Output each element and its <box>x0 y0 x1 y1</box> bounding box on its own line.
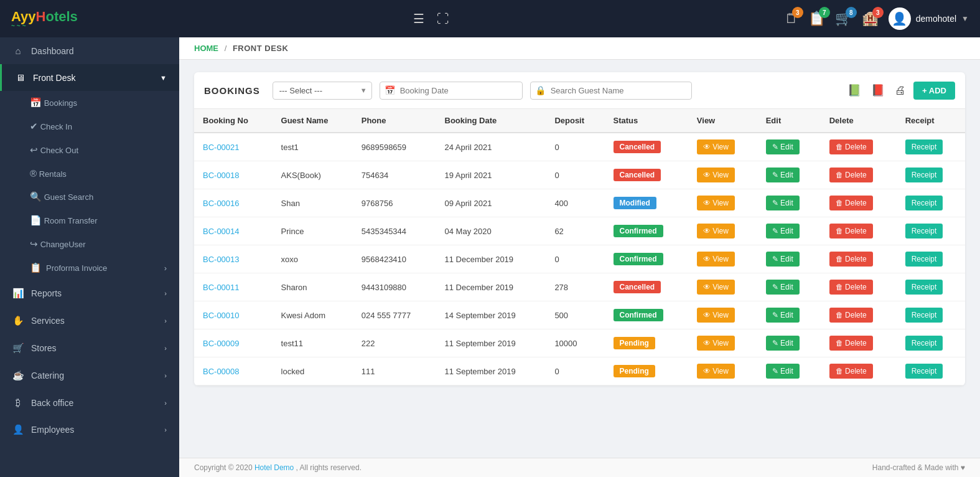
bookings-table: Booking No Guest Name Phone Booking Date… <box>194 109 965 385</box>
edit-button[interactable]: ✎ Edit <box>766 139 800 154</box>
cell-phone: 024 555 7777 <box>353 301 436 329</box>
cell-view: 👁 View <box>688 245 757 273</box>
booking-date-input[interactable] <box>380 82 523 100</box>
status-badge: Confirmed <box>614 253 663 265</box>
view-button[interactable]: 👁 View <box>697 336 735 351</box>
edit-button[interactable]: ✎ Edit <box>766 336 800 351</box>
sidebar-item-room-transfer[interactable]: 📄 Room Transfer <box>0 209 179 232</box>
delete-button[interactable]: 🗑 Delete <box>829 308 873 323</box>
receipt-button[interactable]: Receipt <box>905 336 943 351</box>
sidebar-item-change-user[interactable]: ↪ ChangeUser <box>0 232 179 256</box>
export-excel-button[interactable]: 📗 <box>845 81 864 100</box>
cell-guest-name: xoxo <box>273 245 353 273</box>
export-pdf-button[interactable]: 📕 <box>869 81 887 100</box>
delete-button[interactable]: 🗑 Delete <box>829 280 873 295</box>
breadcrumb-home[interactable]: HOME <box>194 44 218 53</box>
receipt-button[interactable]: Receipt <box>905 168 943 182</box>
view-button[interactable]: 👁 View <box>697 308 735 323</box>
edit-button[interactable]: ✎ Edit <box>766 224 800 238</box>
sidebar-item-check-in[interactable]: ✔ Check In <box>0 115 179 138</box>
receipt-button[interactable]: Receipt <box>905 252 943 267</box>
col-booking-date: Booking Date <box>436 109 546 133</box>
receipt-button[interactable]: Receipt <box>905 139 943 154</box>
cell-receipt: Receipt <box>897 189 965 217</box>
booking-no-link[interactable]: BC-00014 <box>203 227 240 236</box>
cell-receipt: Receipt <box>897 133 965 161</box>
topnav-right: 🗒 3 📋 7 🛒 8 🏨 3 👤 demohotel ▼ <box>785 7 969 30</box>
receipt-button[interactable]: Receipt <box>905 364 943 379</box>
receipt-button[interactable]: Receipt <box>905 224 943 238</box>
cell-booking-no: BC-00018 <box>194 161 273 189</box>
booking-no-link[interactable]: BC-00009 <box>203 339 240 348</box>
sidebar-item-label: Bookings <box>44 98 77 108</box>
sidebar-item-rentals[interactable]: ® Rentals <box>0 162 179 185</box>
sidebar-item-front-desk[interactable]: 🖥 Front Desk ▼ <box>0 64 179 91</box>
col-booking-no: Booking No <box>194 109 273 133</box>
expand-icon[interactable]: ⛶ <box>437 12 449 26</box>
bookings-tbody: BC-00021 test1 9689598659 24 April 2021 … <box>194 133 965 385</box>
edit-button[interactable]: ✎ Edit <box>766 196 800 210</box>
sidebar-item-label: Reports <box>31 288 62 298</box>
cell-edit: ✎ Edit <box>757 245 821 273</box>
edit-button[interactable]: ✎ Edit <box>766 308 800 323</box>
edit-button[interactable]: ✎ Edit <box>766 168 800 182</box>
booking-no-link[interactable]: BC-00021 <box>203 143 240 152</box>
delete-button[interactable]: 🗑 Delete <box>829 364 873 379</box>
sidebar-item-label: Employees <box>31 425 74 435</box>
delete-button[interactable]: 🗑 Delete <box>829 224 873 238</box>
add-booking-button[interactable]: + ADD <box>913 82 955 100</box>
status-select[interactable]: --- Select --- Confirmed Cancelled Pendi… <box>273 82 372 100</box>
sidebar-item-check-out[interactable]: ↩ Check Out <box>0 138 179 162</box>
guest-search-input[interactable] <box>530 82 692 100</box>
view-button[interactable]: 👁 View <box>697 196 735 210</box>
sidebar-item-catering[interactable]: ☕ Catering › <box>0 362 179 389</box>
sidebar-item-stores[interactable]: 🛒 Stores › <box>0 334 179 362</box>
delete-button[interactable]: 🗑 Delete <box>829 168 873 182</box>
status-badge: Pending <box>614 337 655 349</box>
view-button[interactable]: 👁 View <box>697 224 735 238</box>
edit-button[interactable]: ✎ Edit <box>766 364 800 379</box>
cell-phone: 754634 <box>353 161 436 189</box>
receipt-button[interactable]: Receipt <box>905 280 943 295</box>
nav-icon-hotel[interactable]: 🏨 3 <box>862 11 879 27</box>
view-button[interactable]: 👁 View <box>697 364 735 379</box>
booking-no-link[interactable]: BC-00018 <box>203 171 240 180</box>
sidebar-item-services[interactable]: ✋ Services › <box>0 307 179 334</box>
booking-no-link[interactable]: BC-00008 <box>203 367 240 376</box>
hamburger-icon[interactable]: ☰ <box>413 11 424 26</box>
receipt-button[interactable]: Receipt <box>905 308 943 323</box>
booking-no-link[interactable]: BC-00011 <box>203 283 240 292</box>
print-button[interactable]: 🖨 <box>892 82 908 100</box>
nav-icon-reports[interactable]: 🗒 3 <box>785 11 798 27</box>
sidebar-item-bookings[interactable]: 📅 Bookings <box>0 91 179 115</box>
nav-icon-checklist[interactable]: 📋 7 <box>808 11 825 27</box>
bookings-header: BOOKINGS --- Select --- Confirmed Cancel… <box>194 72 965 109</box>
sidebar-item-proforma-invoice[interactable]: 📋 Proforma Invoice › <box>0 256 179 280</box>
view-button[interactable]: 👁 View <box>697 168 735 182</box>
edit-button[interactable]: ✎ Edit <box>766 280 800 295</box>
cell-booking-no: BC-00010 <box>194 301 273 329</box>
booking-no-link[interactable]: BC-00016 <box>203 199 240 208</box>
delete-button[interactable]: 🗑 Delete <box>829 196 873 210</box>
sidebar-item-dashboard[interactable]: ⌂ Dashboard <box>0 37 179 64</box>
booking-date-wrap: 📅 <box>380 82 523 100</box>
edit-button[interactable]: ✎ Edit <box>766 252 800 267</box>
nav-icon-cart[interactable]: 🛒 8 <box>835 11 852 27</box>
sidebar-item-reports[interactable]: 📊 Reports › <box>0 280 179 307</box>
sidebar-item-employees[interactable]: 👤 Employees › <box>0 416 179 443</box>
view-button[interactable]: 👁 View <box>697 280 735 295</box>
booking-no-link[interactable]: BC-00013 <box>203 255 240 264</box>
delete-button[interactable]: 🗑 Delete <box>829 139 873 154</box>
user-area[interactable]: 👤 demohotel ▼ <box>889 7 969 30</box>
cell-status: Cancelled <box>605 133 688 161</box>
booking-no-link[interactable]: BC-00010 <box>203 311 240 320</box>
chevron-down-icon: ▼ <box>961 14 969 23</box>
delete-button[interactable]: 🗑 Delete <box>829 336 873 351</box>
sidebar-item-guest-search[interactable]: 🔍 Guest Search <box>0 185 179 209</box>
sidebar-item-back-office[interactable]: ₿ Back office › <box>0 389 179 416</box>
view-button[interactable]: 👁 View <box>697 139 735 154</box>
receipt-button[interactable]: Receipt <box>905 196 943 210</box>
delete-button[interactable]: 🗑 Delete <box>829 252 873 267</box>
view-button[interactable]: 👁 View <box>697 252 735 267</box>
footer-link[interactable]: Hotel Demo <box>254 463 294 472</box>
